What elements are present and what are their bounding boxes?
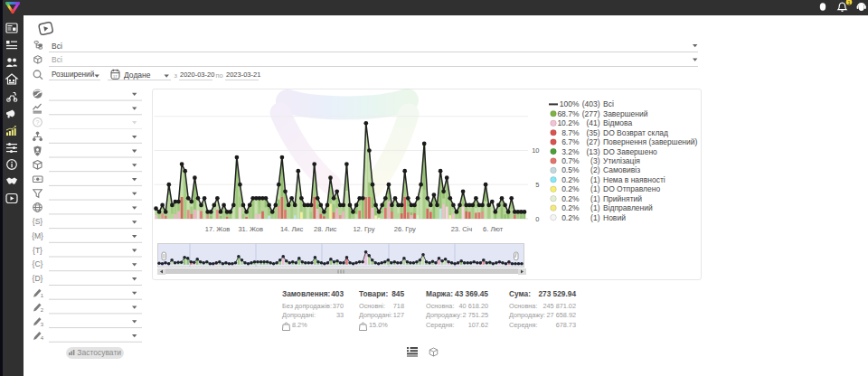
svg-text:{D}: {D} bbox=[33, 274, 43, 283]
svg-text:{M}: {M} bbox=[32, 231, 43, 240]
svg-text:{C}: {C} bbox=[33, 259, 43, 268]
svg-text:{S}: {S} bbox=[33, 217, 43, 226]
svg-text:1: 1 bbox=[41, 293, 44, 298]
svg-text:3: 3 bbox=[41, 322, 44, 327]
svg-text:{T}: {T} bbox=[33, 246, 42, 255]
svg-text:?: ? bbox=[36, 119, 40, 126]
svg-text:2: 2 bbox=[41, 307, 44, 313]
svg-text:4: 4 bbox=[41, 335, 44, 341]
